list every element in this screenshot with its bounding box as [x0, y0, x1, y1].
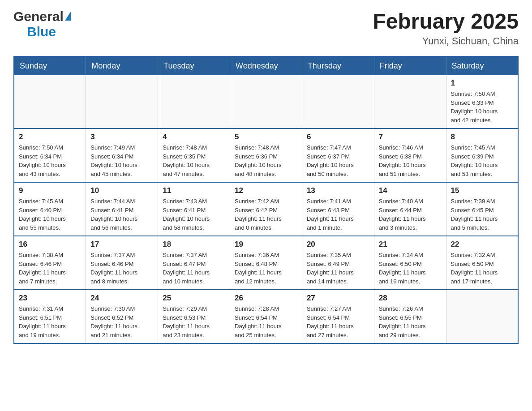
- day-number: 5: [235, 133, 297, 141]
- calendar-day-cell: 17Sunrise: 7:37 AM Sunset: 6:46 PM Dayli…: [86, 236, 158, 290]
- page-header: General Blue February 2025 Yunxi, Sichua…: [13, 9, 519, 47]
- calendar-header-tuesday: Tuesday: [158, 56, 230, 75]
- logo: General Blue: [13, 9, 71, 39]
- calendar-day-cell: 4Sunrise: 7:48 AM Sunset: 6:35 PM Daylig…: [158, 128, 230, 182]
- day-number: 4: [163, 133, 225, 141]
- day-number: 26: [235, 294, 297, 303]
- day-number: 11: [163, 186, 225, 195]
- day-info: Sunrise: 7:49 AM Sunset: 6:34 PM Dayligh…: [90, 143, 153, 178]
- calendar-day-cell: [158, 75, 230, 128]
- day-info: Sunrise: 7:30 AM Sunset: 6:52 PM Dayligh…: [90, 304, 153, 339]
- day-number: 25: [163, 294, 225, 303]
- calendar-day-cell: 10Sunrise: 7:44 AM Sunset: 6:41 PM Dayli…: [86, 182, 158, 236]
- calendar-header-saturday: Saturday: [446, 56, 518, 75]
- calendar-day-cell: 20Sunrise: 7:35 AM Sunset: 6:49 PM Dayli…: [302, 236, 374, 290]
- calendar-day-cell: 22Sunrise: 7:32 AM Sunset: 6:50 PM Dayli…: [446, 236, 518, 290]
- calendar-table: SundayMondayTuesdayWednesdayThursdayFrid…: [13, 56, 519, 344]
- day-number: 13: [307, 186, 369, 195]
- day-info: Sunrise: 7:43 AM Sunset: 6:41 PM Dayligh…: [163, 197, 225, 232]
- day-info: Sunrise: 7:36 AM Sunset: 6:48 PM Dayligh…: [235, 251, 297, 286]
- day-info: Sunrise: 7:38 AM Sunset: 6:46 PM Dayligh…: [19, 251, 81, 286]
- day-info: Sunrise: 7:48 AM Sunset: 6:36 PM Dayligh…: [235, 143, 297, 178]
- day-info: Sunrise: 7:46 AM Sunset: 6:38 PM Dayligh…: [379, 143, 442, 178]
- calendar-day-cell: 14Sunrise: 7:40 AM Sunset: 6:44 PM Dayli…: [374, 182, 446, 236]
- calendar-day-cell: 3Sunrise: 7:49 AM Sunset: 6:34 PM Daylig…: [86, 128, 158, 182]
- calendar-day-cell: [374, 75, 446, 128]
- day-info: Sunrise: 7:26 AM Sunset: 6:55 PM Dayligh…: [379, 304, 442, 339]
- day-info: Sunrise: 7:41 AM Sunset: 6:43 PM Dayligh…: [307, 197, 369, 232]
- day-number: 6: [307, 133, 369, 141]
- calendar-week-row: 1Sunrise: 7:50 AM Sunset: 6:33 PM Daylig…: [14, 75, 518, 128]
- day-number: 14: [379, 186, 442, 195]
- day-number: 2: [19, 133, 81, 141]
- day-info: Sunrise: 7:45 AM Sunset: 6:39 PM Dayligh…: [451, 143, 513, 178]
- day-number: 27: [307, 294, 369, 303]
- calendar-day-cell: 2Sunrise: 7:50 AM Sunset: 6:34 PM Daylig…: [14, 128, 86, 182]
- day-number: 1: [451, 79, 513, 88]
- day-number: 19: [235, 240, 297, 249]
- calendar-day-cell: 16Sunrise: 7:38 AM Sunset: 6:46 PM Dayli…: [14, 236, 86, 290]
- calendar-header-wednesday: Wednesday: [230, 56, 302, 75]
- calendar-day-cell: 24Sunrise: 7:30 AM Sunset: 6:52 PM Dayli…: [86, 290, 158, 343]
- day-number: 17: [90, 240, 153, 249]
- day-info: Sunrise: 7:35 AM Sunset: 6:49 PM Dayligh…: [307, 251, 369, 286]
- day-number: 15: [451, 186, 513, 195]
- day-number: 12: [235, 186, 297, 195]
- day-info: Sunrise: 7:37 AM Sunset: 6:47 PM Dayligh…: [163, 251, 225, 286]
- day-info: Sunrise: 7:50 AM Sunset: 6:34 PM Dayligh…: [19, 143, 81, 178]
- day-number: 10: [90, 186, 153, 195]
- calendar-day-cell: 25Sunrise: 7:29 AM Sunset: 6:53 PM Dayli…: [158, 290, 230, 343]
- day-number: 21: [379, 240, 442, 249]
- logo-triangle-icon: [65, 12, 71, 21]
- calendar-day-cell: 28Sunrise: 7:26 AM Sunset: 6:55 PM Dayli…: [374, 290, 446, 343]
- day-info: Sunrise: 7:34 AM Sunset: 6:50 PM Dayligh…: [379, 251, 442, 286]
- title-area: February 2025 Yunxi, Sichuan, China: [373, 9, 519, 47]
- calendar-day-cell: 5Sunrise: 7:48 AM Sunset: 6:36 PM Daylig…: [230, 128, 302, 182]
- calendar-header-thursday: Thursday: [302, 56, 374, 75]
- day-number: 7: [379, 133, 442, 141]
- day-number: 23: [19, 294, 81, 303]
- day-info: Sunrise: 7:39 AM Sunset: 6:45 PM Dayligh…: [451, 197, 513, 232]
- calendar-day-cell: 12Sunrise: 7:42 AM Sunset: 6:42 PM Dayli…: [230, 182, 302, 236]
- calendar-day-cell: 1Sunrise: 7:50 AM Sunset: 6:33 PM Daylig…: [446, 75, 518, 128]
- calendar-day-cell: 19Sunrise: 7:36 AM Sunset: 6:48 PM Dayli…: [230, 236, 302, 290]
- day-info: Sunrise: 7:31 AM Sunset: 6:51 PM Dayligh…: [19, 304, 81, 339]
- day-info: Sunrise: 7:37 AM Sunset: 6:46 PM Dayligh…: [90, 251, 153, 286]
- calendar-day-cell: 23Sunrise: 7:31 AM Sunset: 6:51 PM Dayli…: [14, 290, 86, 343]
- location-title: Yunxi, Sichuan, China: [373, 35, 519, 47]
- day-number: 28: [379, 294, 442, 303]
- calendar-day-cell: 8Sunrise: 7:45 AM Sunset: 6:39 PM Daylig…: [446, 128, 518, 182]
- calendar-day-cell: 7Sunrise: 7:46 AM Sunset: 6:38 PM Daylig…: [374, 128, 446, 182]
- day-info: Sunrise: 7:47 AM Sunset: 6:37 PM Dayligh…: [307, 143, 369, 178]
- day-number: 8: [451, 133, 513, 141]
- day-info: Sunrise: 7:48 AM Sunset: 6:35 PM Dayligh…: [163, 143, 225, 178]
- calendar-day-cell: 26Sunrise: 7:28 AM Sunset: 6:54 PM Dayli…: [230, 290, 302, 343]
- calendar-day-cell: 9Sunrise: 7:45 AM Sunset: 6:40 PM Daylig…: [14, 182, 86, 236]
- calendar-day-cell: [302, 75, 374, 128]
- calendar-day-cell: 18Sunrise: 7:37 AM Sunset: 6:47 PM Dayli…: [158, 236, 230, 290]
- day-info: Sunrise: 7:45 AM Sunset: 6:40 PM Dayligh…: [19, 197, 81, 232]
- day-info: Sunrise: 7:44 AM Sunset: 6:41 PM Dayligh…: [90, 197, 153, 232]
- calendar-header-row: SundayMondayTuesdayWednesdayThursdayFrid…: [14, 56, 518, 75]
- calendar-day-cell: [14, 75, 86, 128]
- calendar-header-monday: Monday: [86, 56, 158, 75]
- day-info: Sunrise: 7:28 AM Sunset: 6:54 PM Dayligh…: [235, 304, 297, 339]
- day-number: 22: [451, 240, 513, 249]
- calendar-day-cell: [446, 290, 518, 343]
- day-number: 9: [19, 186, 81, 195]
- day-info: Sunrise: 7:50 AM Sunset: 6:33 PM Dayligh…: [451, 90, 513, 124]
- calendar-week-row: 9Sunrise: 7:45 AM Sunset: 6:40 PM Daylig…: [14, 182, 518, 236]
- calendar-day-cell: [230, 75, 302, 128]
- calendar-day-cell: [86, 75, 158, 128]
- logo-blue-text: Blue: [27, 24, 56, 39]
- calendar-day-cell: 6Sunrise: 7:47 AM Sunset: 6:37 PM Daylig…: [302, 128, 374, 182]
- day-info: Sunrise: 7:42 AM Sunset: 6:42 PM Dayligh…: [235, 197, 297, 232]
- month-title: February 2025: [373, 9, 519, 34]
- day-number: 24: [90, 294, 153, 303]
- calendar-day-cell: 13Sunrise: 7:41 AM Sunset: 6:43 PM Dayli…: [302, 182, 374, 236]
- day-number: 16: [19, 240, 81, 249]
- calendar-week-row: 16Sunrise: 7:38 AM Sunset: 6:46 PM Dayli…: [14, 236, 518, 290]
- calendar-header-friday: Friday: [374, 56, 446, 75]
- calendar-week-row: 23Sunrise: 7:31 AM Sunset: 6:51 PM Dayli…: [14, 290, 518, 343]
- calendar-day-cell: 27Sunrise: 7:27 AM Sunset: 6:54 PM Dayli…: [302, 290, 374, 343]
